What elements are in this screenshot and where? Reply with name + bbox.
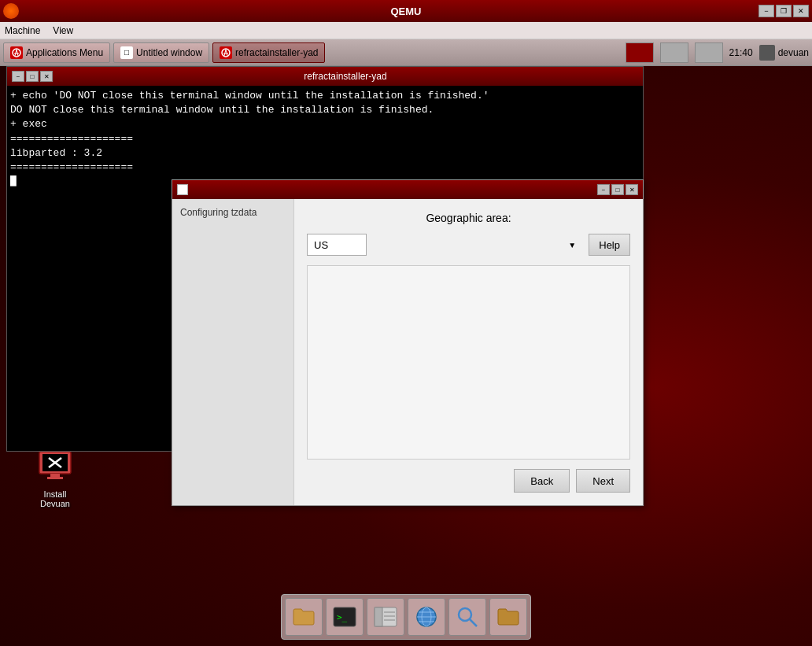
user-avatar bbox=[759, 45, 775, 61]
geographic-area-label: Geographic area: bbox=[307, 212, 630, 224]
dialog-maximize-button[interactable]: □ bbox=[611, 184, 624, 195]
app-menu-label: Applications Menu bbox=[26, 47, 103, 58]
dock-filemanager-button[interactable] bbox=[367, 598, 404, 636]
qemu-close-button[interactable]: ✕ bbox=[793, 5, 809, 17]
taskbar-indicator-2[interactable] bbox=[695, 42, 723, 63]
refractainstaller-button[interactable]: refractainstaller-yad bbox=[212, 42, 325, 63]
dialog-sidebar: Configuring tzdata bbox=[172, 199, 294, 505]
taskbar-indicator-active[interactable] bbox=[626, 42, 654, 63]
help-button[interactable]: Help bbox=[589, 234, 630, 256]
taskbar-time: 21:40 bbox=[729, 47, 753, 58]
terminal-minimize-button[interactable]: − bbox=[12, 71, 24, 82]
svg-line-5 bbox=[224, 50, 226, 56]
taskbar-user: devuan bbox=[759, 45, 809, 61]
terminal-line-4: ==================== bbox=[10, 133, 133, 145]
dialog-title-icon bbox=[177, 184, 188, 195]
terminal-title: refractainstaller-yad bbox=[53, 71, 638, 82]
dialog-titlebar: − □ ✕ bbox=[172, 180, 643, 199]
app-menu-icon bbox=[10, 46, 23, 59]
dock-folder-button[interactable] bbox=[285, 598, 323, 636]
qemu-title-left bbox=[3, 3, 19, 19]
qemu-menubar: Machine View bbox=[0, 22, 812, 39]
install-devuan-icon[interactable]: InstallDevuan bbox=[24, 449, 87, 508]
bottom-dock: >_ bbox=[281, 594, 531, 640]
dialog-body: Configuring tzdata Geographic area: Afri… bbox=[172, 199, 643, 505]
untitled-window-icon: □ bbox=[120, 46, 133, 59]
qemu-minimize-button[interactable]: − bbox=[758, 5, 774, 17]
applications-menu-button[interactable]: Applications Menu bbox=[3, 42, 110, 63]
dialog-controls: − □ ✕ bbox=[597, 184, 638, 195]
refractainstaller-icon bbox=[220, 46, 232, 59]
terminal-line-5: libparted : 3.2 bbox=[10, 147, 102, 159]
desktop: QEMU − ❐ ✕ Machine View Applications Men… bbox=[0, 0, 812, 646]
svg-point-26 bbox=[459, 608, 471, 621]
menu-view[interactable]: View bbox=[53, 25, 73, 36]
taskbar-username: devuan bbox=[778, 47, 809, 58]
menu-machine[interactable]: Machine bbox=[5, 25, 40, 36]
dock-search-button[interactable] bbox=[448, 598, 486, 636]
qemu-title: QEMU bbox=[391, 6, 422, 17]
next-button[interactable]: Next bbox=[576, 469, 630, 493]
dialog-close-button[interactable]: ✕ bbox=[626, 184, 638, 195]
svg-rect-11 bbox=[47, 477, 63, 479]
dock-terminal-button[interactable]: >_ bbox=[326, 598, 364, 636]
untitled-window-button[interactable]: □ Untitled window bbox=[113, 42, 209, 63]
qemu-icon bbox=[3, 3, 19, 19]
terminal-line-2: DO NOT close this terminal window until … bbox=[10, 104, 434, 116]
untitled-window-label: Untitled window bbox=[136, 47, 202, 58]
back-button[interactable]: Back bbox=[514, 469, 570, 493]
svg-line-2 bbox=[17, 50, 18, 56]
svg-line-27 bbox=[470, 619, 477, 626]
svg-line-1 bbox=[15, 50, 17, 56]
qemu-restore-button[interactable]: ❐ bbox=[776, 5, 792, 17]
taskbar-right: 21:40 devuan bbox=[626, 42, 809, 63]
qemu-window-controls: − ❐ ✕ bbox=[758, 5, 809, 17]
dock-browser-button[interactable] bbox=[408, 598, 445, 636]
terminal-cursor: █ bbox=[10, 175, 17, 187]
svg-text:>_: >_ bbox=[337, 612, 348, 622]
svg-line-6 bbox=[226, 50, 227, 56]
dialog-main: Geographic area: Africa America Antarcti… bbox=[294, 199, 643, 505]
svg-rect-10 bbox=[50, 474, 60, 477]
select-wrapper: Africa America Antarctica Arctic Asia At… bbox=[307, 234, 582, 256]
terminal-controls-left: − □ ✕ bbox=[12, 71, 53, 82]
terminal-line-3: + exec bbox=[10, 118, 47, 130]
install-devuan-image bbox=[36, 449, 74, 486]
terminal-titlebar: − □ ✕ refractainstaller-yad bbox=[7, 67, 643, 86]
install-devuan-label: InstallDevuan bbox=[40, 489, 70, 508]
refractainstaller-label: refractainstaller-yad bbox=[235, 47, 318, 58]
terminal-line-6: ==================== bbox=[10, 161, 133, 173]
terminal-close-button[interactable]: ✕ bbox=[40, 71, 53, 82]
dialog-content-area bbox=[307, 265, 630, 460]
dialog-minimize-button[interactable]: − bbox=[597, 184, 610, 195]
select-row: Africa America Antarctica Arctic Asia At… bbox=[307, 234, 630, 256]
taskbar: Applications Menu □ Untitled window refr… bbox=[0, 39, 812, 66]
terminal-maximize-button[interactable]: □ bbox=[26, 71, 39, 82]
dialog-footer: Back Next bbox=[307, 460, 630, 493]
terminal-line-1: + echo 'DO NOT close this terminal windo… bbox=[10, 90, 489, 102]
taskbar-indicator-1[interactable] bbox=[660, 42, 688, 63]
dock-folder2-button[interactable] bbox=[489, 598, 527, 636]
configuring-tzdata-label: Configuring tzdata bbox=[180, 207, 257, 218]
svg-rect-17 bbox=[375, 607, 382, 626]
qemu-titlebar: QEMU − ❐ ✕ bbox=[0, 0, 812, 22]
geographic-area-select[interactable]: Africa America Antarctica Arctic Asia At… bbox=[307, 234, 367, 256]
dialog-window: − □ ✕ Configuring tzdata Geographic area… bbox=[172, 179, 644, 506]
